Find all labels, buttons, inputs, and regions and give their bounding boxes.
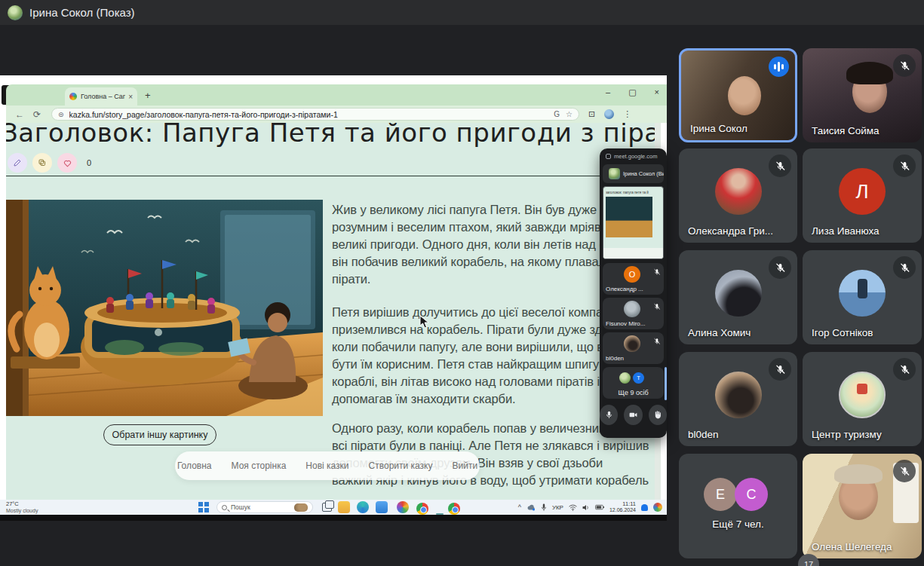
wifi-icon[interactable] (569, 504, 577, 511)
restore-button[interactable]: ▢ (628, 87, 636, 97)
mic-off-icon (893, 155, 916, 177)
battery-icon[interactable] (595, 504, 604, 510)
story-illustration (6, 200, 323, 416)
browser-toolbar: ← ⟳ ⊜ kazka.fun/story_page/заголовок-пап… (6, 106, 667, 123)
taskbar-search[interactable]: Пошук (216, 501, 313, 513)
start-button[interactable] (198, 502, 209, 512)
copy-icon[interactable] (32, 153, 52, 173)
file-explorer-icon[interactable] (338, 501, 350, 513)
pip-self-label: Ірина Сокол (Ви ( (623, 170, 664, 177)
pip-thumb-footer (603, 248, 664, 259)
page-actions: 0 (8, 153, 91, 173)
browser-tab[interactable]: Головна – Canva × (65, 87, 137, 106)
reload-icon[interactable]: ⟳ (33, 109, 41, 120)
avatar-letter: T (633, 372, 644, 384)
camera-button[interactable] (624, 405, 642, 425)
chrome-active-icon[interactable] (448, 503, 460, 515)
speaker-icon[interactable] (582, 504, 590, 511)
minimize-button[interactable]: – (606, 87, 610, 97)
participant-tile[interactable]: Ігор Сотніков (803, 250, 922, 344)
participant-name: Центр туризму (812, 429, 882, 440)
widgets-icon[interactable] (653, 503, 662, 512)
site-nav: ГоловнаМоя сторінкаНові казкиСтворити ка… (175, 451, 480, 480)
participant-tile[interactable]: Центр туризму (803, 352, 922, 446)
address-bar[interactable]: ⊜ kazka.fun/story_page/заголовок-папуга-… (51, 108, 579, 121)
mic-off-icon (769, 155, 791, 177)
edit-icon[interactable] (8, 153, 27, 173)
raise-hand-button[interactable] (649, 405, 667, 425)
participant-name: Лиза Иванюха (812, 225, 879, 237)
tab-close-icon[interactable]: × (128, 93, 133, 101)
participant-tile[interactable]: Таисия Сойма (803, 48, 922, 142)
participant-name: Олександр ... (606, 286, 643, 292)
pip-more-people-tile[interactable]: T Ще 9 осіб (603, 367, 664, 399)
mic-button[interactable] (600, 405, 618, 425)
search-highlight-image (294, 503, 308, 512)
mic-off-icon (653, 265, 661, 279)
mic-off-icon (653, 300, 661, 314)
like-heart-icon[interactable] (57, 153, 77, 173)
pip-participant-tile[interactable]: bl0den (603, 332, 664, 364)
participant-tile[interactable]: Ірина Сокол (679, 48, 797, 142)
photos-icon[interactable] (397, 501, 409, 513)
task-view-button[interactable] (322, 503, 332, 512)
edge-icon[interactable] (357, 501, 369, 513)
participant-tile[interactable]: bl0den (679, 352, 797, 446)
translate-icon[interactable]: G (554, 110, 560, 118)
participant-tile[interactable]: Олена Шелегеда (803, 454, 922, 558)
onedrive-icon[interactable] (526, 504, 536, 511)
bookmark-star-icon[interactable]: ☆ (566, 110, 573, 118)
mic-off-icon (893, 54, 916, 77)
nav-item[interactable]: Нові казки (305, 460, 348, 471)
pip-scrollbar[interactable] (665, 367, 667, 400)
store-icon[interactable] (376, 501, 388, 513)
nav-item[interactable]: Моя сторінка (232, 460, 287, 471)
pip-header: meet.google.com (606, 153, 658, 160)
pip-share-thumbnail[interactable]: заголовок: папуга петя та й (603, 186, 664, 259)
chrome-icon[interactable] (416, 503, 428, 515)
weather-temp: 27°C (6, 500, 38, 507)
avatar-figure (857, 384, 867, 394)
more-people-label: Ще 9 осіб (603, 389, 664, 396)
tab-groups-icon[interactable]: ⊡ (588, 109, 595, 119)
presenter-label: Ірина Сокол (Показ) (29, 6, 135, 19)
participant-tile[interactable]: Л Лиза Иванюха (803, 148, 922, 243)
language-indicator[interactable]: УКР (552, 504, 563, 511)
section-divider (6, 176, 661, 176)
nav-item[interactable]: Створити казку (369, 460, 433, 471)
participant-tile[interactable]: Олександра Гри... (679, 148, 797, 243)
participant-name: Олександра Гри... (688, 225, 773, 237)
choose-image-button[interactable]: Обрати іншу картинку (103, 424, 216, 445)
new-tab-button[interactable]: + (145, 90, 151, 101)
participant-name: bl0den (606, 355, 624, 362)
pip-thumb-heading: заголовок: папуга петя та й (606, 191, 663, 194)
pip-tab-icon (606, 154, 611, 159)
participant-tile[interactable]: Алина Хомич (679, 250, 797, 344)
pip-self-tile[interactable]: Ірина Сокол (Ви ( (603, 164, 664, 183)
participant-avatar-letter: Л (839, 168, 886, 215)
meet-pip-window[interactable]: meet.google.com Ірина Сокол (Ви ( заголо… (600, 148, 667, 438)
taskbar-clock[interactable]: 11:11 12.06.2024 (609, 501, 636, 513)
mouse-cursor (419, 315, 430, 329)
presenter-avatar (8, 5, 23, 20)
mic-off-icon (769, 256, 791, 279)
tray-chevron-icon[interactable]: ^ (518, 503, 521, 511)
mic-off-icon (893, 460, 916, 482)
browser-menu-icon[interactable]: ⋮ (623, 109, 631, 119)
overflow-label: Ещё 7 чел. (679, 519, 797, 530)
nav-item[interactable]: Вийти (453, 460, 478, 471)
microphone-tray-icon[interactable] (541, 503, 547, 512)
notification-bell-icon[interactable] (641, 504, 648, 511)
close-button[interactable]: × (655, 87, 659, 97)
pip-participant-tile[interactable]: О Олександр ... (603, 263, 664, 295)
back-icon[interactable]: ← (15, 109, 24, 120)
site-info-icon[interactable]: ⊜ (58, 111, 64, 118)
overflow-tile[interactable]: E C Ещё 7 чел. (679, 454, 797, 558)
profile-avatar[interactable] (604, 109, 614, 119)
window-controls: – ▢ × (606, 87, 659, 97)
avatar (624, 301, 640, 317)
weather-widget[interactable]: 27°C Mostly cloudy (6, 500, 38, 514)
pip-participant-tile[interactable]: Fisunov Miro... (603, 298, 664, 329)
nav-item[interactable]: Головна (177, 460, 212, 471)
search-placeholder: Пошук (231, 503, 294, 511)
